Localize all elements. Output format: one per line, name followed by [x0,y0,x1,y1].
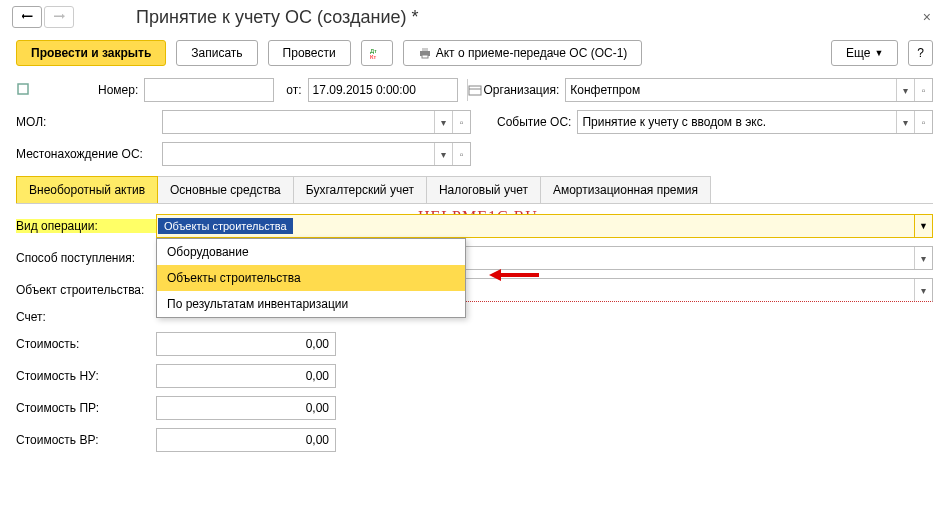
tab-asset[interactable]: Внеоборотный актив [16,176,158,203]
open-icon[interactable]: ▫ [452,143,470,165]
cost-label: Стоимость: [16,337,156,351]
movements-button[interactable]: ДтКт [361,40,393,66]
op-type-value: Объекты строительства [158,218,293,234]
page-title: Принятие к учету ОС (создание) * [136,7,419,28]
tab-strip: Внеоборотный актив Основные средства Бух… [16,176,933,204]
tab-premium[interactable]: Амортизационная премия [540,176,711,203]
number-input[interactable] [144,78,274,102]
forward-button[interactable]: 🠖 [44,6,74,28]
tab-tax[interactable]: Налоговый учет [426,176,541,203]
more-label: Еще [846,46,870,60]
mol-input[interactable] [163,111,434,133]
event-label: Событие ОС: [497,115,571,129]
cost-vr-input[interactable] [156,428,336,452]
dt-kt-icon: ДтКт [370,46,384,60]
back-button[interactable]: 🠔 [12,6,42,28]
calendar-icon[interactable] [467,79,482,101]
open-icon[interactable]: ▫ [914,111,932,133]
chevron-down-icon[interactable]: ▾ [914,247,932,269]
svg-rect-4 [422,55,428,58]
from-label: от: [286,83,301,97]
dd-item-inventory[interactable]: По результатам инвентаризации [157,291,465,317]
chevron-down-icon: ▼ [874,48,883,58]
dd-item-label: Объекты строительства [167,271,301,285]
op-type-label: Вид операции: [16,219,156,233]
org-label: Организация: [484,83,560,97]
cost-pr-input[interactable] [156,396,336,420]
date-field[interactable] [308,78,458,102]
cost-input[interactable] [156,332,336,356]
chevron-down-icon[interactable]: ▾ [914,279,932,301]
svg-text:Кт: Кт [370,54,376,60]
svg-rect-5 [18,84,28,94]
close-icon[interactable]: × [917,9,937,25]
method-label: Способ поступления: [16,251,156,265]
cost-vr-label: Стоимость ВР: [16,433,156,447]
account-label: Счет: [16,310,156,324]
open-icon[interactable]: ▫ [914,79,932,101]
tab-accounting[interactable]: Бухгалтерский учет [293,176,427,203]
op-type-dropdown: Оборудование Объекты строительства По ре… [156,238,466,318]
post-button[interactable]: Провести [268,40,351,66]
org-field[interactable]: ▾ ▫ [565,78,933,102]
svg-marker-9 [489,269,501,281]
dd-item-equipment[interactable]: Оборудование [157,239,465,265]
dd-item-construction[interactable]: Объекты строительства [157,265,465,291]
mol-label: МОЛ: [16,115,156,129]
print-label: Акт о приеме-передаче ОС (ОС-1) [436,46,628,60]
save-button[interactable]: Записать [176,40,257,66]
org-input[interactable] [566,79,896,101]
chevron-down-icon[interactable]: ▾ [896,111,914,133]
event-field[interactable]: ▾ ▫ [577,110,933,134]
location-input[interactable] [163,143,434,165]
mol-field[interactable]: ▾ ▫ [162,110,471,134]
post-and-close-button[interactable]: Провести и закрыть [16,40,166,66]
cost-nu-input[interactable] [156,364,336,388]
location-field[interactable]: ▾ ▫ [162,142,471,166]
chevron-down-icon[interactable]: ▾ [434,143,452,165]
more-button[interactable]: Еще ▼ [831,40,898,66]
print-button[interactable]: Акт о приеме-передаче ОС (ОС-1) [403,40,643,66]
number-label: Номер: [98,83,138,97]
attachment-icon[interactable] [16,82,32,99]
location-label: Местонахождение ОС: [16,147,156,161]
red-arrow-icon [489,267,539,286]
chevron-down-icon[interactable]: ▼ [914,215,932,237]
chevron-down-icon[interactable]: ▾ [434,111,452,133]
event-input[interactable] [578,111,896,133]
tab-os[interactable]: Основные средства [157,176,294,203]
object-label: Объект строительства: [16,283,156,297]
printer-icon [418,46,432,60]
cost-pr-label: Стоимость ПР: [16,401,156,415]
date-input[interactable] [309,79,467,101]
help-button[interactable]: ? [908,40,933,66]
svg-rect-6 [469,86,481,95]
cost-nu-label: Стоимость НУ: [16,369,156,383]
open-icon[interactable]: ▫ [452,111,470,133]
svg-rect-3 [422,48,428,51]
op-type-select[interactable]: Объекты строительства ▼ [156,214,933,238]
chevron-down-icon[interactable]: ▾ [896,79,914,101]
